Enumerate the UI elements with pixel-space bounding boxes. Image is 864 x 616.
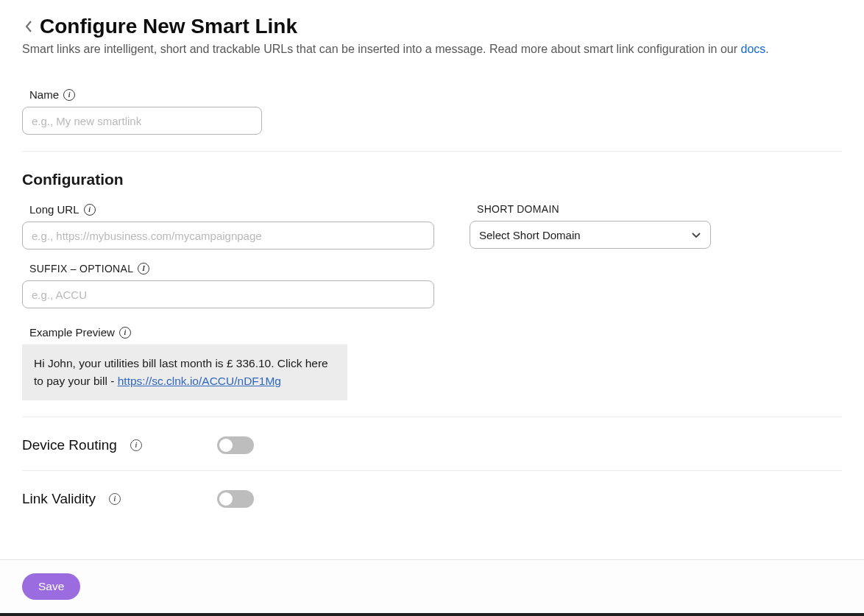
device-routing-toggle[interactable] — [217, 436, 254, 454]
preview-link[interactable]: https://sc.clnk.io/ACCU/nDF1Mg — [118, 375, 281, 387]
footer: Save — [0, 559, 864, 613]
suffix-input[interactable] — [22, 280, 434, 308]
name-label: Name — [29, 88, 59, 101]
toggle-knob — [219, 439, 233, 452]
info-icon[interactable]: i — [138, 263, 149, 275]
info-icon[interactable]: i — [84, 204, 96, 216]
toggle-knob — [219, 492, 233, 506]
footer-edge — [0, 613, 864, 616]
long-url-label: Long URL — [29, 203, 79, 216]
divider — [22, 417, 842, 417]
info-icon[interactable]: i — [130, 439, 142, 451]
link-validity-label: Link Validity — [22, 491, 96, 507]
save-button[interactable]: Save — [22, 573, 80, 600]
example-preview-box: Hi John, your utilities bill last month … — [22, 344, 347, 400]
info-icon[interactable]: i — [119, 327, 131, 339]
page-subtitle: Smart links are intelligent, short and t… — [22, 43, 842, 56]
example-preview-label: Example Preview — [29, 326, 115, 339]
suffix-label: SUFFIX – OPTIONAL — [29, 263, 133, 275]
device-routing-label: Device Routing — [22, 437, 117, 453]
docs-link[interactable]: docs — [741, 43, 766, 55]
subtitle-text: Smart links are intelligent, short and t… — [22, 43, 741, 55]
subtitle-suffix: . — [765, 43, 768, 55]
divider — [22, 151, 842, 152]
back-button[interactable] — [22, 16, 35, 37]
page-title: Configure New Smart Link — [40, 15, 297, 38]
link-validity-toggle[interactable] — [217, 490, 254, 508]
info-icon[interactable]: i — [63, 89, 75, 101]
short-domain-selected: Select Short Domain — [479, 229, 581, 241]
configuration-title: Configuration — [22, 171, 842, 188]
info-icon[interactable]: i — [109, 493, 121, 505]
name-input[interactable] — [22, 107, 262, 135]
short-domain-select[interactable]: Select Short Domain — [470, 221, 711, 249]
chevron-down-icon — [691, 230, 701, 240]
divider — [22, 470, 842, 471]
long-url-input[interactable] — [22, 222, 434, 249]
short-domain-label: SHORT DOMAIN — [477, 203, 559, 215]
